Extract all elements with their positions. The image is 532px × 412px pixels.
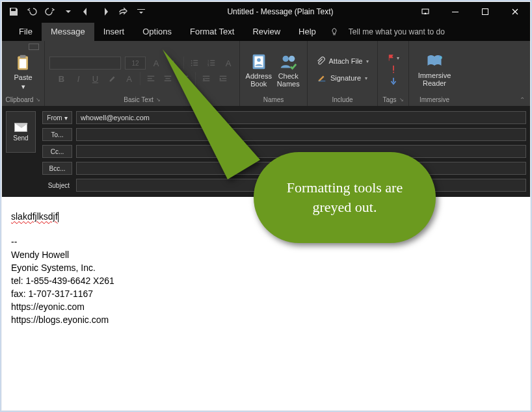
subject-label: Subject [42, 179, 72, 192]
from-button[interactable]: From▾ [42, 111, 72, 124]
sig-sep: -- [11, 237, 521, 247]
follow-up-icon[interactable]: ▾ [388, 53, 399, 62]
next-icon[interactable] [96, 2, 114, 21]
tab-insert[interactable]: Insert [94, 23, 134, 41]
undo-icon[interactable] [23, 2, 41, 21]
svg-rect-38 [319, 81, 326, 81]
high-importance-icon[interactable] [388, 65, 399, 74]
svg-rect-40 [393, 72, 394, 73]
immersive-reader-button[interactable]: Immersive Reader [414, 46, 455, 93]
launcher-icon[interactable]: ↘ [156, 96, 161, 105]
forward-icon[interactable] [114, 2, 132, 21]
group-tags-label: Tags [382, 96, 396, 105]
launcher-icon[interactable]: ↘ [36, 96, 40, 105]
qat-custom-icon[interactable] [132, 2, 150, 21]
to-button[interactable]: To... [42, 128, 72, 141]
svg-rect-30 [219, 76, 226, 77]
window-controls [410, 2, 530, 21]
low-importance-icon[interactable] [388, 77, 399, 86]
previous-icon[interactable] [77, 2, 96, 21]
sig-url2: https://blogs.eyonic.com [11, 315, 521, 325]
sig-tel: tel: 1-855-439-6642 X261 [11, 276, 521, 286]
tab-options[interactable]: Options [133, 23, 181, 41]
subject-input[interactable] [76, 179, 526, 192]
group-tags: ▾ Tags↘ [378, 41, 409, 106]
address-book-label: Address Book [246, 72, 272, 88]
format-painter-icon[interactable] [29, 44, 39, 50]
italic-icon[interactable]: I [72, 72, 85, 85]
outdent-icon[interactable] [200, 72, 213, 85]
svg-point-35 [257, 58, 261, 62]
message-body[interactable]: slakdfjlksdjf -- Wendy Howell Eyonic Sys… [2, 197, 530, 410]
bold-icon[interactable]: B [55, 72, 68, 85]
paste-label: Paste [14, 73, 32, 81]
svg-rect-1 [452, 12, 459, 12]
group-basic-text-label: Basic Text [124, 96, 153, 105]
tab-file[interactable]: File [10, 23, 42, 41]
launcher-icon[interactable]: ↘ [399, 96, 404, 105]
highlight-icon[interactable] [106, 72, 119, 85]
tell-me[interactable]: Tell me what you want to do [343, 23, 450, 41]
underline-icon[interactable]: U [89, 72, 102, 85]
immersive-reader-label: Immersive Reader [418, 71, 451, 87]
to-input[interactable] [76, 128, 526, 141]
align-right-icon[interactable] [178, 72, 191, 85]
tab-review[interactable]: Review [243, 23, 289, 41]
indent-icon[interactable] [217, 72, 230, 85]
svg-rect-5 [19, 59, 26, 68]
svg-rect-22 [165, 78, 170, 79]
tab-message[interactable]: Message [42, 23, 94, 41]
save-icon[interactable] [5, 2, 23, 21]
numbering-icon[interactable]: 123 [205, 57, 218, 70]
svg-rect-11 [193, 65, 198, 66]
group-immersive-label: Immersive [419, 96, 449, 105]
svg-rect-29 [202, 81, 209, 81]
svg-rect-26 [181, 81, 188, 81]
sig-name: Wendy Howell [11, 250, 521, 260]
cc-input[interactable] [76, 145, 526, 158]
svg-rect-25 [183, 78, 188, 79]
redo-icon[interactable] [41, 2, 59, 21]
svg-rect-28 [205, 78, 209, 79]
attach-file-button[interactable]: Attach File▾ [316, 54, 369, 68]
tab-format-text[interactable]: Format Text [181, 23, 243, 41]
shrink-font-icon[interactable]: A [166, 57, 180, 70]
align-left-icon[interactable] [144, 72, 157, 85]
bcc-button[interactable]: Bcc... [42, 162, 72, 175]
address-book-button[interactable]: Address Book [245, 46, 273, 93]
svg-point-37 [289, 56, 295, 62]
ribbon-display-icon[interactable] [410, 2, 440, 21]
cc-button[interactable]: Cc... [42, 145, 72, 158]
collapse-ribbon-icon[interactable]: ⌃ [520, 96, 525, 103]
maximize-button[interactable] [470, 2, 500, 21]
sig-company: Eyonic Systems, Inc. [11, 263, 521, 273]
signature-button[interactable]: Signature▾ [317, 71, 367, 85]
ribbon: Paste ▾ Clipboard↘ 12 A A 123 A [2, 41, 530, 106]
attach-file-label: Attach File [329, 57, 363, 65]
send-button[interactable]: Send [6, 111, 36, 153]
align-center-icon[interactable] [161, 72, 174, 85]
svg-rect-4 [20, 55, 25, 58]
svg-point-41 [439, 57, 442, 59]
font-color-icon[interactable]: A [123, 72, 136, 85]
qat-icon[interactable] [59, 2, 77, 21]
paste-button[interactable]: Paste ▾ [9, 49, 38, 96]
bcc-input[interactable] [76, 162, 526, 175]
send-label: Send [13, 135, 28, 142]
font-size-box[interactable]: 12 [125, 57, 146, 70]
clear-formatting-icon[interactable]: A [222, 57, 235, 70]
close-button[interactable] [500, 2, 530, 21]
group-include: Attach File▾ Signature▾ Include [308, 41, 378, 106]
minimize-button[interactable] [440, 2, 470, 21]
grow-font-icon[interactable]: A [150, 57, 163, 70]
bullets-icon[interactable] [188, 57, 201, 70]
check-names-button[interactable]: Check Names [275, 46, 302, 93]
svg-rect-24 [181, 76, 188, 77]
envelope-icon [14, 123, 27, 132]
titlebar: Untitled - Message (Plain Text) [2, 2, 530, 21]
bulb-icon[interactable] [325, 23, 343, 41]
sig-url1: https://eyonic.com [11, 302, 521, 312]
quick-access-toolbar [2, 2, 150, 21]
font-name-box[interactable] [49, 57, 121, 70]
tab-help[interactable]: Help [289, 23, 325, 41]
